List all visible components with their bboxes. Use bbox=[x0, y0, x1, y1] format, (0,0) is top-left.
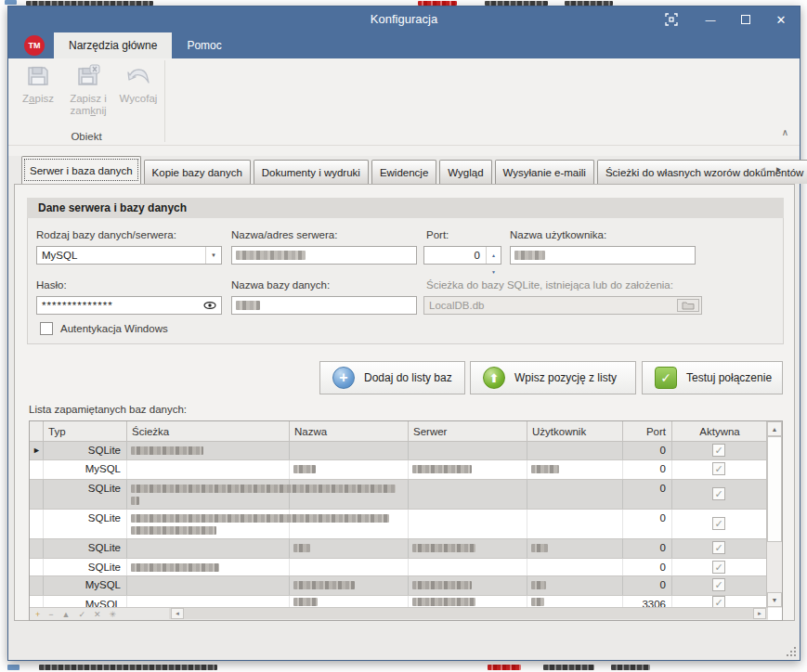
nav-refresh-icon[interactable]: ✳ bbox=[110, 608, 117, 621]
table-row[interactable]: MySQL0✓ bbox=[30, 460, 768, 480]
nav-cancel-icon[interactable]: ✕ bbox=[94, 608, 101, 621]
server-input[interactable] bbox=[231, 246, 417, 265]
nav-edit-icon[interactable]: ▲ bbox=[62, 608, 71, 621]
cell-sciezka bbox=[127, 539, 290, 558]
page-tabstrip: Serwer i baza danychKopie bazy danychDok… bbox=[21, 156, 807, 184]
cell-sciezka bbox=[127, 596, 290, 607]
scroll-left-icon[interactable]: ◄ bbox=[171, 608, 184, 619]
tab-dokumenty-i-wydruki[interactable]: Dokumenty i wydruki bbox=[254, 160, 369, 184]
insert-from-list-button[interactable]: ⬆ Wpisz pozycję z listy bbox=[470, 361, 636, 394]
cell-port: 0 bbox=[623, 442, 666, 459]
username-value-redacted bbox=[514, 251, 545, 260]
background-icon bbox=[5, 0, 17, 5]
vertical-scrollbar[interactable]: ▲ ▼ bbox=[766, 421, 782, 608]
horizontal-scrollbar[interactable]: ◄ ► bbox=[169, 608, 768, 619]
vertical-scrollbar-thumb[interactable] bbox=[767, 436, 782, 542]
resize-grip[interactable] bbox=[787, 647, 796, 656]
table-row[interactable]: SQLite0✓ bbox=[30, 539, 768, 559]
close-button[interactable]: ✕ bbox=[763, 6, 799, 32]
db-type-combobox[interactable]: MySQL ▼ bbox=[36, 246, 222, 265]
table-row[interactable]: SQLite0✓ bbox=[30, 559, 768, 576]
column-header-Ścieżka[interactable]: Ścieżka bbox=[127, 421, 290, 442]
table-row[interactable]: MySQL0✓ bbox=[30, 576, 768, 596]
redacted-cell-value bbox=[131, 526, 216, 535]
windows-auth-checkbox[interactable] bbox=[40, 322, 53, 335]
maximize-button[interactable] bbox=[728, 6, 763, 32]
cell-uzytkownik bbox=[527, 539, 623, 558]
combo-arrow-icon[interactable]: ▼ bbox=[205, 247, 221, 264]
port-spin-buttons[interactable]: ▲ ▼ bbox=[486, 247, 501, 264]
column-header-Aktywna[interactable]: Aktywna bbox=[672, 421, 768, 442]
row-indicator-cell bbox=[30, 576, 44, 595]
port-spinner[interactable]: 0 ▲ ▼ bbox=[423, 246, 501, 265]
show-password-eye-icon[interactable] bbox=[203, 300, 216, 311]
password-input[interactable]: ************** bbox=[36, 296, 222, 315]
tab-ewidencje[interactable]: Ewidencje bbox=[371, 160, 436, 184]
cell-aktywna: ✓ bbox=[672, 510, 768, 538]
table-row[interactable]: ►SQLite0✓ bbox=[30, 442, 768, 460]
focus-mode-button[interactable] bbox=[654, 6, 689, 32]
aktywna-checkbox[interactable]: ✓ bbox=[712, 561, 725, 574]
aktywna-checkbox[interactable]: ✓ bbox=[712, 462, 725, 475]
column-header-indicator[interactable] bbox=[30, 421, 44, 442]
save-and-close-button[interactable]: Zapisz izamknij bbox=[64, 64, 112, 117]
collapse-ribbon-chevron-up-icon[interactable]: ∧ bbox=[782, 127, 788, 137]
cell-nazwa bbox=[290, 510, 409, 538]
column-header-Port[interactable]: Port bbox=[623, 421, 672, 442]
aktywna-checkbox[interactable]: ✓ bbox=[712, 517, 725, 530]
db-type-label: Rodzaj bazy danych/serwera: bbox=[36, 229, 176, 240]
redacted-cell-value bbox=[412, 465, 472, 473]
row-indicator-cell bbox=[30, 596, 44, 607]
port-label: Port: bbox=[426, 229, 449, 240]
column-header-Użytkownik[interactable]: Użytkownik bbox=[527, 421, 623, 442]
ribbon-tab-pomoc[interactable]: Pomoc bbox=[172, 32, 236, 58]
redacted-cell-value bbox=[412, 581, 472, 589]
table-row[interactable]: SQLite0✓ bbox=[30, 510, 768, 539]
aktywna-checkbox[interactable]: ✓ bbox=[712, 444, 725, 457]
sqlite-path-value: LocalDB.db bbox=[429, 300, 484, 311]
table-row[interactable]: SQLite0✓ bbox=[30, 480, 768, 510]
scroll-right-icon[interactable]: ► bbox=[753, 608, 766, 619]
titlebar[interactable]: Konfiguracja — ✕ bbox=[8, 6, 800, 32]
ribbon-tab-narz-dzia-g-wne[interactable]: Narzędzia główne bbox=[54, 32, 172, 58]
aktywna-checkbox[interactable]: ✓ bbox=[712, 578, 725, 591]
cell-sciezka bbox=[127, 480, 290, 509]
username-label: Nazwa użytkownika: bbox=[510, 229, 606, 240]
tab-serwer-i-baza-danych[interactable]: Serwer i baza danych bbox=[21, 156, 141, 184]
undo-icon bbox=[125, 64, 151, 88]
app-logo[interactable]: TM bbox=[24, 35, 45, 56]
column-header-Nazwa[interactable]: Nazwa bbox=[290, 421, 409, 442]
db-name-input[interactable] bbox=[231, 296, 417, 315]
db-name-value-redacted bbox=[236, 301, 260, 310]
undo-button[interactable]: Wycofaj bbox=[116, 64, 161, 105]
column-header-Typ[interactable]: Typ bbox=[44, 421, 127, 442]
row-indicator-icon: ► bbox=[33, 446, 41, 455]
scroll-up-icon[interactable]: ▲ bbox=[767, 421, 782, 436]
nav-add-icon[interactable]: + bbox=[35, 608, 40, 621]
browse-folder-button[interactable] bbox=[677, 299, 699, 312]
tab-kopie-bazy-danych[interactable]: Kopie bazy danych bbox=[144, 160, 251, 184]
minimize-button[interactable]: — bbox=[693, 6, 728, 32]
aktywna-checkbox[interactable]: ✓ bbox=[712, 487, 725, 500]
save-button[interactable]: Zapisz bbox=[16, 64, 60, 105]
close-icon: ✕ bbox=[776, 13, 787, 27]
spin-up-icon[interactable]: ▲ bbox=[487, 247, 501, 264]
aktywna-checkbox[interactable]: ✓ bbox=[712, 541, 725, 554]
cell-uzytkownik bbox=[527, 576, 623, 595]
username-input[interactable] bbox=[510, 246, 696, 265]
tab-scroll-left-icon[interactable]: ◄ bbox=[757, 162, 769, 175]
nav-delete-icon[interactable]: − bbox=[48, 608, 53, 621]
spin-down-icon[interactable]: ▼ bbox=[487, 264, 501, 280]
nav-post-icon[interactable]: ✓ bbox=[78, 608, 85, 621]
tab-wygląd[interactable]: Wygląd bbox=[439, 160, 491, 184]
tab-wysyłanie-e-maili[interactable]: Wysyłanie e-maili bbox=[495, 160, 594, 184]
column-header-Serwer[interactable]: Serwer bbox=[409, 421, 527, 442]
row-indicator-cell bbox=[30, 510, 44, 538]
add-to-list-button[interactable]: + Dodaj do listy baz bbox=[319, 361, 465, 394]
db-name-label: Nazwa bazy danych: bbox=[231, 279, 330, 291]
scroll-down-icon[interactable]: ▼ bbox=[767, 592, 782, 607]
test-connection-button[interactable]: ✓ Testuj połączenie bbox=[642, 361, 783, 394]
sqlite-path-input[interactable]: LocalDB.db bbox=[423, 296, 702, 315]
redacted-cell-value bbox=[412, 598, 475, 606]
tab-scroll-right-icon[interactable]: ► bbox=[773, 162, 785, 175]
